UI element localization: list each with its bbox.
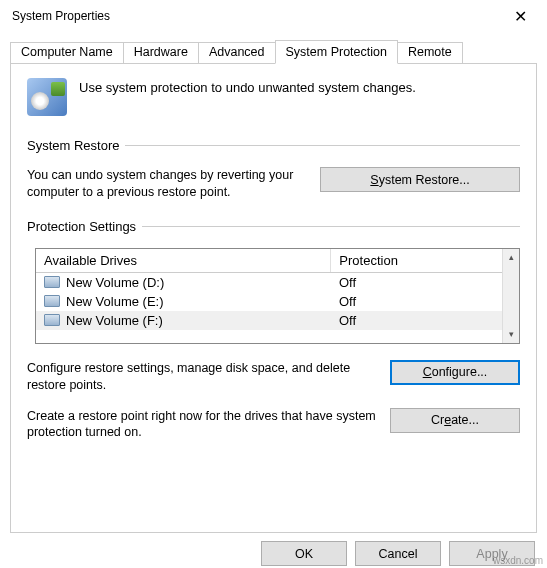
window-title: System Properties: [12, 9, 110, 23]
system-restore-button[interactable]: System Restore...: [320, 167, 520, 192]
drive-row[interactable]: New Volume (D:)Off: [36, 273, 502, 292]
system-restore-button-label: ystem Restore...: [379, 173, 470, 187]
system-restore-header: System Restore: [27, 138, 520, 153]
disk-icon: [44, 276, 60, 288]
disk-icon: [44, 314, 60, 326]
tab-hardware[interactable]: Hardware: [123, 42, 199, 63]
drive-name: New Volume (F:): [66, 313, 163, 328]
drive-name: New Volume (D:): [66, 275, 164, 290]
ok-button[interactable]: OK: [261, 541, 347, 566]
accel-s: S: [370, 173, 378, 187]
column-available-drives: Available Drives: [36, 249, 331, 272]
cancel-button[interactable]: Cancel: [355, 541, 441, 566]
watermark: wsxdn.com: [493, 555, 543, 566]
system-restore-section: System Restore You can undo system chang…: [27, 138, 520, 201]
drive-row[interactable]: New Volume (F:)Off: [36, 311, 502, 330]
drive-protection-status: Off: [331, 311, 502, 330]
system-restore-description: You can undo system changes by reverting…: [27, 167, 306, 201]
create-description: Create a restore point right now for the…: [27, 408, 376, 442]
tabstrip: Computer Name Hardware Advanced System P…: [10, 40, 537, 63]
drive-protection-status: Off: [331, 292, 502, 311]
disk-icon: [44, 295, 60, 307]
drives-scrollbar[interactable]: ▴ ▾: [502, 249, 519, 343]
create-button-pre: Cr: [431, 413, 444, 427]
scroll-down-icon[interactable]: ▾: [503, 326, 519, 343]
create-button[interactable]: Create...: [390, 408, 520, 433]
scroll-up-icon[interactable]: ▴: [503, 249, 519, 266]
tabs-container: Computer Name Hardware Advanced System P…: [0, 32, 547, 533]
titlebar: System Properties ✕: [0, 0, 547, 32]
configure-button-label: onfigure...: [432, 365, 488, 379]
tab-advanced[interactable]: Advanced: [198, 42, 276, 63]
close-button[interactable]: ✕: [501, 2, 539, 30]
create-button-post: ate...: [451, 413, 479, 427]
tab-system-protection[interactable]: System Protection: [275, 40, 398, 64]
drive-name: New Volume (E:): [66, 294, 164, 309]
accel-c: C: [423, 365, 432, 379]
configure-description: Configure restore settings, manage disk …: [27, 360, 376, 394]
drives-header-row[interactable]: Available Drives Protection: [36, 249, 502, 273]
tab-remote[interactable]: Remote: [397, 42, 463, 63]
drives-table: Available Drives Protection New Volume (…: [35, 248, 520, 344]
intro-block: Use system protection to undo unwanted s…: [27, 78, 520, 116]
column-protection: Protection: [331, 249, 502, 272]
close-icon: ✕: [514, 7, 527, 26]
tab-computer-name[interactable]: Computer Name: [10, 42, 124, 63]
protection-settings-header: Protection Settings: [27, 219, 520, 234]
intro-text: Use system protection to undo unwanted s…: [79, 78, 416, 95]
configure-button[interactable]: Configure...: [390, 360, 520, 385]
drive-row[interactable]: New Volume (E:)Off: [36, 292, 502, 311]
system-protection-icon: [27, 78, 67, 116]
tab-panel-system-protection: Use system protection to undo unwanted s…: [10, 63, 537, 533]
protection-settings-section: Protection Settings Available Drives Pro…: [27, 219, 520, 442]
drive-protection-status: Off: [331, 273, 502, 292]
dialog-buttons: OK Cancel Apply: [0, 533, 547, 568]
